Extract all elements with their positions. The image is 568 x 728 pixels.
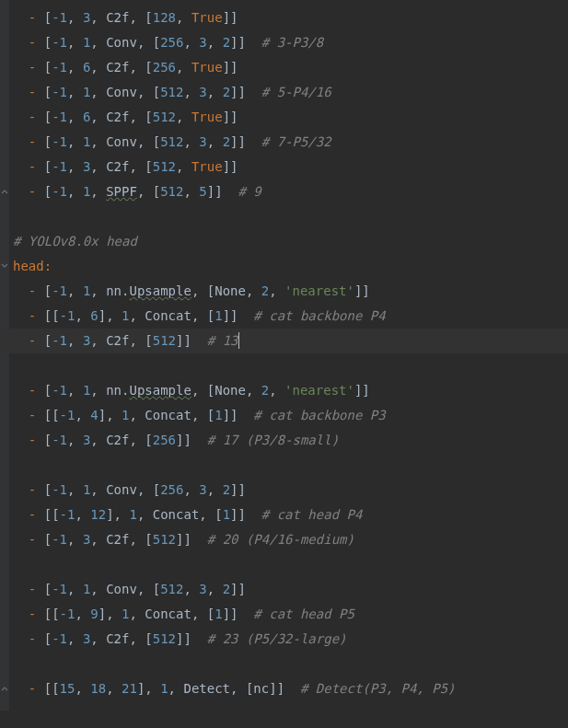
token-num: 15	[60, 681, 75, 696]
yaml-dash: -	[29, 159, 44, 174]
code-line[interactable]	[0, 353, 568, 378]
token-num: 2	[261, 383, 269, 398]
yaml-dash: -	[29, 532, 44, 547]
code-line[interactable]	[0, 652, 568, 676]
token-str: 'nearest'	[284, 283, 354, 298]
token-bracket: [	[44, 283, 52, 298]
token-ident: Concat	[145, 408, 191, 422]
token-bracket: ]]	[207, 184, 238, 199]
code-line[interactable]: - [-1, 3, C2f, [512]] # 23 (P5/32-large)	[0, 627, 568, 652]
fold-collapse-icon[interactable]	[1, 685, 8, 692]
code-line[interactable]: - [-1, 1, nn.Upsample, [None, 2, 'neares…	[0, 279, 568, 304]
yaml-dash: -	[29, 607, 44, 621]
token-bracket: , [	[191, 607, 214, 621]
yaml-dash: -	[29, 184, 44, 199]
token-bracket: ,	[75, 408, 90, 422]
token-num: -1	[52, 110, 67, 124]
code-line[interactable]: - [-1, 6, C2f, [512, True]]	[0, 105, 568, 130]
token-num: 18	[90, 681, 106, 696]
token-num: 1	[214, 308, 222, 323]
code-line[interactable]: - [[-1, 12], 1, Concat, [1]] # cat head …	[0, 503, 568, 527]
token-typo: Upsample	[129, 383, 191, 398]
code-line[interactable]: - [-1, 1, Conv, [256, 3, 2]]	[0, 478, 568, 503]
token-bracket: ]]	[223, 308, 254, 323]
token-bracket: [	[44, 582, 52, 596]
token-bracket: [	[44, 383, 52, 398]
code-line[interactable]: - [-1, 1, Conv, [256, 3, 2]] # 3-P3/8	[0, 30, 568, 55]
token-num: -1	[52, 35, 67, 50]
token-comment: # cat head P5	[253, 607, 354, 621]
yaml-dash: -	[29, 482, 44, 497]
code-line[interactable]: - [-1, 6, C2f, [256, True]]	[0, 55, 568, 80]
token-bracket: ]]	[230, 582, 246, 596]
token-num: 512	[160, 184, 183, 199]
token-bracket: ,	[183, 134, 199, 149]
code-line[interactable]: - [[15, 18, 21], 1, Detect, [nc]] # Dete…	[0, 676, 568, 701]
code-line[interactable]: - [-1, 1, Conv, [512, 3, 2]] # 5-P4/16	[0, 80, 568, 105]
code-line[interactable]: - [[-1, 9], 1, Concat, [1]] # cat head P…	[0, 602, 568, 627]
token-bracket: ,	[67, 433, 83, 447]
token-comment: # 3-P3/8	[261, 35, 323, 50]
yaml-dash: -	[29, 134, 44, 149]
token-bool: True	[191, 60, 223, 75]
token-bracket: ,	[90, 532, 106, 547]
token-num: 128	[153, 10, 176, 25]
token-num: 512	[153, 333, 176, 348]
token-num: 512	[160, 85, 183, 99]
token-bracket: ,	[90, 433, 106, 447]
token-num: -1	[52, 433, 67, 447]
token-num: 21	[122, 681, 137, 696]
code-editor[interactable]: - [-1, 3, C2f, [128, True]] - [-1, 1, Co…	[0, 0, 568, 711]
token-comment: # 17 (P3/8-small)	[207, 433, 339, 447]
token-str: 'nearest'	[284, 383, 354, 398]
code-line[interactable]	[0, 204, 568, 229]
token-comment: # Detect(P3, P4, P5)	[300, 681, 456, 696]
code-line[interactable]: - [-1, 3, C2f, [256]] # 17 (P3/8-small)	[0, 428, 568, 453]
fold-collapse-icon[interactable]	[1, 188, 8, 195]
code-line[interactable]: - [-1, 1, Conv, [512, 3, 2]] # 7-P5/32	[0, 130, 568, 155]
code-line[interactable]: - [-1, 1, nn.Upsample, [None, 2, 'neares…	[0, 378, 568, 403]
token-ident: C2f	[106, 10, 129, 25]
token-bracket: ],	[99, 308, 122, 323]
token-bracket: ,	[176, 60, 191, 75]
token-bracket: ]]	[223, 159, 238, 174]
token-ident: C2f	[106, 433, 129, 447]
token-num: 2	[261, 283, 269, 298]
token-bracket: [	[44, 433, 52, 447]
code-line[interactable]: - [-1, 1, SPPF, [512, 5]] # 9	[0, 179, 568, 204]
token-ident: Concat	[153, 507, 200, 522]
token-bracket: ,	[183, 482, 199, 497]
yaml-dash: -	[29, 433, 44, 447]
code-line[interactable]: - [[-1, 4], 1, Concat, [1]] # cat backbo…	[0, 403, 568, 428]
token-bracket: ,	[90, 60, 106, 75]
token-ident: Conv	[106, 85, 137, 99]
code-line[interactable]: - [-1, 1, Conv, [512, 3, 2]]	[0, 577, 568, 602]
code-line[interactable]: head:	[0, 254, 568, 279]
code-line[interactable]	[0, 552, 568, 577]
token-bracket: ,	[176, 110, 191, 124]
token-bracket: [	[44, 10, 52, 25]
token-bracket: ]]	[354, 383, 370, 398]
token-num: -1	[52, 582, 67, 596]
code-line[interactable]	[0, 453, 568, 478]
token-num: 256	[160, 35, 183, 50]
fold-expand-icon[interactable]	[1, 262, 8, 270]
token-ident: Concat	[145, 308, 191, 323]
token-bracket: ,	[129, 607, 145, 621]
code-line[interactable]: # YOLOv8.0x head	[0, 229, 568, 254]
token-num: 3	[199, 482, 206, 497]
code-line[interactable]: - [[-1, 6], 1, Concat, [1]] # cat backbo…	[0, 304, 568, 329]
code-line[interactable]: - [-1, 3, C2f, [128, True]]	[0, 6, 568, 30]
code-line[interactable]: - [-1, 3, C2f, [512]] # 20 (P4/16-medium…	[0, 527, 568, 552]
code-line[interactable]: - [-1, 3, C2f, [512, True]]	[0, 155, 568, 179]
token-num: -1	[52, 184, 67, 199]
token-num: 9	[90, 607, 98, 621]
token-bracket: ,	[90, 333, 106, 348]
token-bracket: ,	[90, 35, 106, 50]
token-bracket: [	[44, 85, 52, 99]
yaml-dash: -	[29, 110, 44, 124]
code-line[interactable]: - [-1, 3, C2f, [512]] # 13	[0, 329, 568, 353]
token-bracket: ,	[67, 184, 83, 199]
yaml-dash: -	[29, 582, 44, 596]
token-ident: C2f	[106, 631, 129, 646]
